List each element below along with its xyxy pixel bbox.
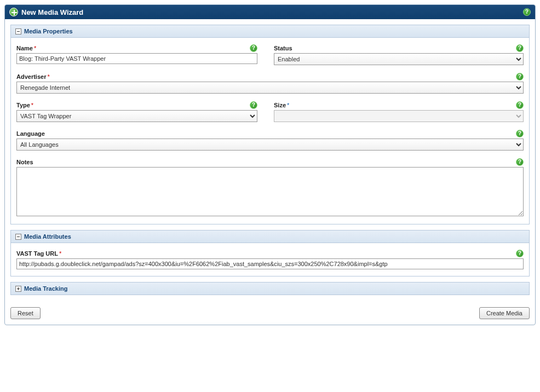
help-icon[interactable]	[250, 101, 257, 109]
section-media-tracking-header[interactable]: Media Tracking	[10, 282, 530, 295]
field-vast-url: VAST Tag URL *	[16, 250, 524, 269]
collapse-icon[interactable]	[15, 28, 21, 34]
field-advertiser: Advertiser * Renegade Internet	[16, 73, 524, 94]
required-marker: *	[286, 102, 289, 108]
section-media-attributes-body: VAST Tag URL *	[10, 243, 530, 276]
section-title: Media Tracking	[24, 285, 67, 292]
required-marker: *	[58, 250, 61, 257]
help-icon[interactable]	[516, 250, 524, 257]
advertiser-select[interactable]: Renegade Internet	[16, 82, 524, 94]
footer: Reset Create Media	[10, 302, 530, 319]
name-input[interactable]	[16, 53, 257, 64]
vast-url-input[interactable]	[16, 258, 524, 269]
section-title: Media Properties	[24, 28, 73, 34]
section-media-properties-header[interactable]: Media Properties	[10, 25, 530, 38]
reset-button[interactable]: Reset	[10, 307, 41, 319]
notes-textarea[interactable]	[16, 167, 524, 216]
language-select[interactable]: All Languages	[16, 139, 524, 151]
field-type: Type * VAST Tag Wrapper	[16, 101, 257, 122]
type-select[interactable]: VAST Tag Wrapper	[16, 110, 257, 122]
help-icon[interactable]	[516, 44, 524, 52]
section-title: Media Attributes	[24, 233, 71, 240]
help-icon[interactable]	[523, 8, 531, 16]
help-icon[interactable]	[250, 44, 257, 52]
field-notes: Notes	[16, 158, 524, 217]
field-name: Name *	[16, 44, 257, 65]
new-media-wizard-panel: New Media Wizard Media Properties Name *	[4, 4, 536, 325]
field-language: Language All Languages	[16, 130, 524, 151]
section-media-attributes-header[interactable]: Media Attributes	[10, 230, 530, 243]
help-icon[interactable]	[516, 73, 524, 80]
required-marker: *	[30, 102, 33, 108]
help-icon[interactable]	[516, 101, 524, 109]
panel-body: Media Properties Name * Status	[5, 19, 535, 325]
advertiser-label: Advertiser	[16, 73, 46, 80]
section-media-properties-body: Name * Status Enabled	[10, 38, 530, 224]
size-select	[274, 110, 524, 122]
panel-header: New Media Wizard	[5, 5, 535, 19]
name-label: Name	[16, 45, 33, 51]
status-select[interactable]: Enabled	[274, 53, 524, 65]
panel-title: New Media Wizard	[21, 8, 83, 16]
add-icon	[9, 8, 18, 16]
status-label: Status	[274, 45, 292, 51]
required-marker: *	[33, 45, 36, 51]
vast-url-label: VAST Tag URL	[16, 250, 58, 257]
help-icon[interactable]	[516, 158, 524, 166]
help-icon[interactable]	[516, 130, 524, 137]
collapse-icon[interactable]	[15, 234, 21, 240]
field-size: Size *	[274, 101, 524, 122]
required-marker: *	[46, 73, 49, 80]
type-label: Type	[16, 102, 30, 108]
language-label: Language	[16, 130, 45, 137]
size-label: Size	[274, 102, 286, 108]
expand-icon[interactable]	[15, 286, 21, 292]
field-status: Status Enabled	[274, 44, 524, 65]
notes-label: Notes	[16, 159, 33, 165]
create-media-button[interactable]: Create Media	[479, 307, 530, 319]
